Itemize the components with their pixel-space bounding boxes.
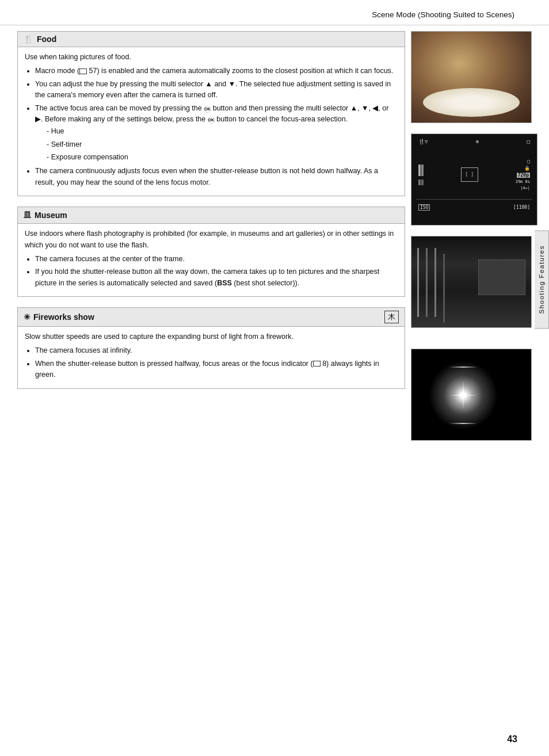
cam-card-icon: □ (527, 159, 530, 164)
food-section-body: Use when taking pictures of food. Macro … (18, 47, 405, 196)
ok-icon2: OK (208, 117, 215, 124)
fireworks-intro: Slow shutter speeds are used to capture … (25, 331, 398, 342)
list-item: If you hold the shutter-release button a… (35, 266, 398, 289)
sidebar-tab: Shooting Features (535, 230, 549, 329)
museum-title: Museum (35, 211, 67, 220)
list-item: The active focus area can be moved by pr… (35, 103, 398, 163)
list-item: Exposure compensation (47, 152, 398, 163)
fireworks-section-header: ✳ Fireworks show 木 (18, 308, 405, 327)
list-item: Self-timer (47, 139, 398, 150)
cam-time: 29m 0s (516, 180, 530, 184)
page-number: 43 (507, 734, 517, 744)
food-title: Food (37, 35, 56, 44)
museum-bullets: The camera focuses at the center of the … (35, 254, 398, 289)
fireworks-bullets: The camera focuses at infinity. When the… (35, 345, 398, 380)
list-item: Macro mode ( 57) is enabled and the came… (35, 66, 398, 77)
page-title: Scene Mode (Shooting Suited to Scenes) (372, 10, 514, 19)
spacer1 (411, 338, 537, 349)
museum-section-body: Use indoors where flash photography is p… (18, 224, 405, 296)
food-image (411, 31, 532, 123)
bss-label: BSS (217, 279, 232, 287)
ok-icon: OK (204, 106, 211, 113)
sub-list: Hue Self-timer Exposure compensation (47, 126, 398, 163)
cam-focus-bracket: [ ] (461, 167, 478, 182)
cam-frame-count: [1100] (513, 205, 530, 210)
museum-section: 皿 Museum Use indoors where flash photogr… (17, 207, 405, 297)
food-photo (411, 32, 531, 123)
cam-left-icons (418, 165, 424, 185)
list-item: The camera continuously adjusts focus ev… (35, 166, 398, 188)
food-bullets: Macro mode ( 57) is enabled and the came… (35, 66, 398, 188)
list-item: The camera focuses at the center of the … (35, 254, 398, 265)
fireworks-corner-icon: 木 (384, 311, 399, 323)
food-section-header: 🍴 Food (18, 32, 405, 47)
museum-photo (411, 236, 531, 327)
page-header: Scene Mode (Shooting Suited to Scenes) (0, 0, 549, 25)
cam-resolution: 720p (517, 173, 530, 178)
food-section: 🍴 Food Use when taking pictures of food.… (17, 31, 405, 196)
list-item: Hue (47, 126, 398, 137)
main-content: 🍴 Food Use when taking pictures of food.… (0, 31, 549, 451)
list-item: You can adjust the hue by pressing the m… (35, 79, 398, 101)
fireworks-title: ✳ Fireworks show (24, 312, 94, 322)
cam-wifi-icon: ⊗ (476, 139, 479, 144)
food-intro: Use when taking pictures of food. (25, 52, 398, 63)
cam-battery-icon: □ (527, 139, 530, 144)
camera-ui-display: 🍴▽ ⊗ □ [ ] (411, 133, 537, 226)
museum-icon: 皿 (24, 210, 31, 220)
cam-iso-icon: ISO (418, 204, 430, 211)
left-column: 🍴 Food Use when taking pictures of food.… (17, 31, 411, 451)
cam-food-icon: 🍴▽ (418, 139, 428, 144)
fireworks-section: ✳ Fireworks show 木 Slow shutter speeds a… (17, 307, 405, 389)
museum-section-header: 皿 Museum (18, 207, 405, 224)
fireworks-icon: ✳ (24, 312, 30, 322)
list-item: When the shutter-release button is press… (35, 358, 398, 381)
list-item: The camera focuses at infinity. (35, 345, 398, 356)
fireworks-section-body: Slow shutter speeds are used to capture … (18, 327, 405, 388)
museum-intro: Use indoors where flash photography is p… (25, 228, 398, 251)
museum-image (411, 236, 532, 328)
right-column: 🍴▽ ⊗ □ [ ] (411, 31, 537, 451)
cam-mode-icon: |4↔| (520, 186, 530, 190)
fireworks-photo (411, 349, 531, 440)
food-icon: 🍴 (24, 35, 33, 44)
cam-right-icons: □ 🔒 720p 29m 0s |4↔| (516, 159, 530, 190)
cam-lock-icon: 🔒 (524, 166, 530, 171)
fireworks-image (411, 349, 532, 441)
